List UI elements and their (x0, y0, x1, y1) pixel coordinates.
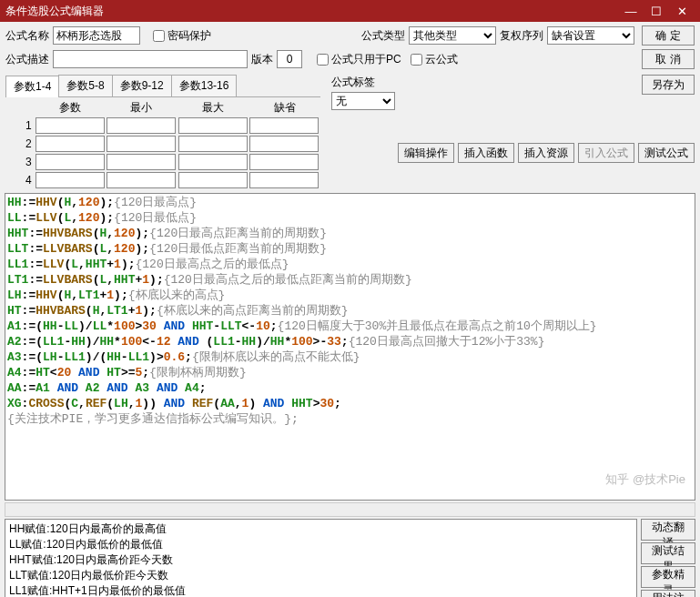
param-max-3[interactable] (178, 154, 248, 170)
param-def-1[interactable] (249, 117, 319, 134)
param-table: 参数最小最大缺省 1 2 3 4 (5, 99, 320, 189)
param-def-2[interactable] (249, 136, 319, 152)
restore-seq-select[interactable]: 缺省设置 (547, 26, 634, 45)
edit-op-button[interactable]: 编辑操作 (398, 143, 454, 163)
tab-params-1-4[interactable]: 参数1-4 (5, 76, 59, 97)
formula-name-input[interactable] (53, 26, 140, 45)
horizontal-scrollbar[interactable] (5, 502, 695, 517)
insert-func-button[interactable]: 插入函数 (458, 143, 514, 163)
param-min-3[interactable] (107, 154, 176, 170)
list-item[interactable]: LL1赋值:HHT+1日内最低价的最低值 (9, 583, 633, 597)
formula-tag-label: 公式标签 (331, 75, 395, 90)
param-name-2[interactable] (36, 136, 105, 152)
formula-name-label: 公式名称 (5, 28, 49, 44)
window-title: 条件选股公式编辑器 (5, 4, 618, 19)
param-max-2[interactable] (178, 136, 248, 152)
table-row: 2 (5, 135, 320, 153)
code-editor[interactable]: HH:=HHV(H,120);{120日最高点}LL:=LLV(L,120);{… (5, 193, 695, 501)
maximize-icon[interactable]: ☐ (644, 5, 669, 18)
insert-res-button[interactable]: 插入资源 (518, 143, 574, 163)
list-item[interactable]: HH赋值:120日内最高价的最高值 (9, 521, 633, 537)
param-min-4[interactable] (107, 172, 176, 188)
saveas-button[interactable]: 另存为 (642, 75, 695, 95)
test-formula-button[interactable]: 测试公式 (638, 143, 695, 163)
formula-type-select[interactable]: 其他类型 (409, 26, 496, 45)
param-def-3[interactable] (249, 154, 319, 170)
formula-desc-label: 公式描述 (5, 52, 49, 67)
import-formula-button[interactable]: 引入公式 (578, 143, 634, 163)
test-result-button[interactable]: 测试结果 (641, 542, 695, 564)
formula-type-label: 公式类型 (361, 28, 405, 44)
list-item[interactable]: HHT赋值:120日内最高价距今天数 (9, 552, 633, 568)
param-name-1[interactable] (36, 117, 105, 134)
param-tabs: 参数1-4 参数5-8 参数9-12 参数13-16 (5, 75, 320, 97)
param-name-3[interactable] (36, 154, 105, 170)
table-row: 4 (5, 171, 320, 189)
formula-desc-input[interactable] (53, 50, 248, 68)
param-wizard-button[interactable]: 参数精灵 (641, 566, 695, 588)
dyn-trans-button[interactable]: 动态翻译 (641, 519, 695, 541)
formula-tag-select[interactable]: 无 (331, 92, 395, 110)
password-checkbox[interactable]: 密码保护 (153, 28, 211, 44)
close-icon[interactable]: ✕ (669, 5, 695, 18)
param-name-4[interactable] (36, 172, 105, 188)
list-item[interactable]: LL赋值:120日内最低价的最低值 (9, 537, 633, 552)
output-list[interactable]: HH赋值:120日内最高价的最高值LL赋值:120日内最低价的最低值HHT赋值:… (5, 519, 637, 597)
cloud-checkbox[interactable]: 云公式 (411, 52, 458, 67)
list-item[interactable]: LLT赋值:120日内最低价距今天数 (9, 568, 633, 583)
param-min-1[interactable] (107, 117, 176, 134)
restore-seq-label: 复权序列 (500, 28, 543, 44)
cancel-button[interactable]: 取 消 (642, 49, 695, 69)
minimize-icon[interactable]: — (618, 5, 644, 18)
usage-button[interactable]: 用法注释 (641, 590, 695, 597)
pc-only-checkbox[interactable]: 公式只用于PC (317, 52, 401, 67)
param-max-4[interactable] (178, 172, 248, 188)
tab-params-5-8[interactable]: 参数5-8 (58, 75, 112, 96)
table-row: 3 (5, 153, 320, 171)
version-label: 版本 (251, 52, 273, 67)
param-min-2[interactable] (107, 136, 176, 152)
param-def-4[interactable] (249, 172, 319, 188)
param-max-1[interactable] (178, 117, 248, 134)
tab-params-9-12[interactable]: 参数9-12 (112, 75, 172, 96)
tab-params-13-16[interactable]: 参数13-16 (171, 75, 238, 96)
version-input[interactable] (277, 50, 302, 68)
table-row: 1 (5, 116, 320, 135)
ok-button[interactable]: 确 定 (642, 25, 695, 46)
